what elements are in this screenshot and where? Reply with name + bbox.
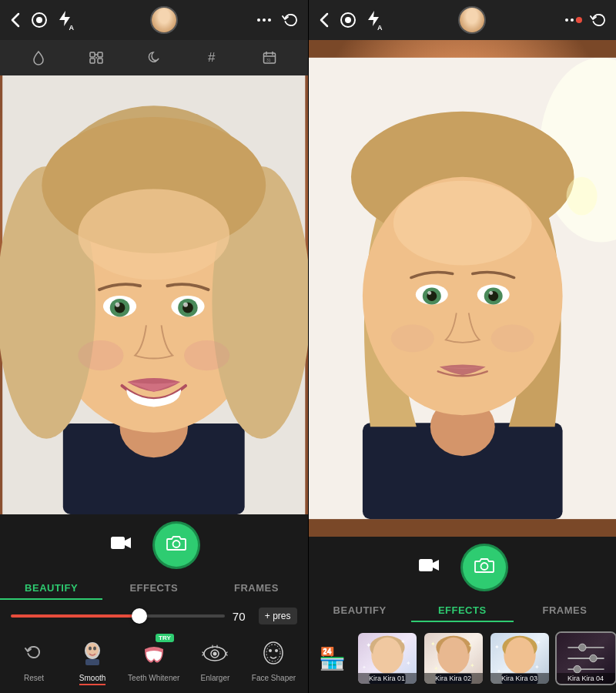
svg-point-42 — [213, 652, 217, 656]
svg-point-30 — [183, 303, 188, 307]
calendar-tool[interactable]: 31 — [240, 51, 298, 65]
svg-point-57 — [393, 181, 531, 266]
svg-point-66 — [390, 324, 434, 352]
svg-point-70 — [481, 563, 488, 570]
svg-point-50 — [345, 17, 351, 23]
smooth-tool[interactable]: Smooth — [69, 637, 116, 685]
back-button[interactable] — [11, 12, 20, 28]
right-camera-row — [309, 537, 617, 595]
camera-mode-button-right[interactable] — [340, 12, 357, 28]
svg-text:✦: ✦ — [400, 638, 405, 645]
svg-point-65 — [489, 291, 493, 295]
svg-rect-2 — [90, 52, 95, 57]
svg-point-38 — [93, 647, 96, 651]
svg-point-96 — [578, 644, 585, 651]
svg-point-37 — [89, 647, 92, 651]
left-tabs-row: BEAUTIFY EFFECTS FRAMES — [0, 573, 308, 604]
effect-label-02: Kira Kira 02 — [424, 673, 483, 684]
teeth-whitener-label: Teeth Whitener — [128, 674, 179, 682]
grid-tool[interactable] — [67, 51, 125, 65]
svg-point-48 — [275, 649, 278, 652]
left-photo — [0, 75, 308, 514]
teeth-icon: TRY — [137, 637, 171, 671]
face-shaper-tool[interactable]: Face Shaper — [250, 637, 296, 682]
store-button[interactable]: 🏪 — [313, 631, 352, 685]
video-button-right[interactable] — [418, 557, 440, 578]
tab-beautify-right[interactable]: BEAUTIFY — [309, 600, 411, 622]
enlarger-tool[interactable]: Enlarger — [192, 637, 238, 682]
svg-rect-4 — [90, 59, 95, 63]
smooth-label: Smooth — [79, 674, 105, 685]
svg-point-22 — [78, 189, 229, 280]
camera-icon — [166, 534, 186, 556]
svg-text:✦: ✦ — [405, 659, 410, 667]
avatar-right[interactable] — [458, 6, 486, 34]
right-tabs-row: BEAUTIFY EFFECTS FRAMES — [309, 595, 617, 627]
tools-row: Reset Smooth — [0, 631, 308, 693]
svg-text:✦: ✦ — [430, 640, 435, 648]
avatar[interactable] — [150, 6, 178, 34]
svg-rect-39 — [85, 659, 99, 665]
svg-point-68 — [566, 177, 597, 216]
svg-text:✦: ✦ — [534, 663, 539, 671]
svg-text:✦: ✦ — [467, 643, 472, 648]
flash-button-right[interactable]: A — [367, 10, 380, 30]
right-photo — [309, 40, 617, 537]
teeth-whitener-tool[interactable]: TRY Teeth Whitener — [128, 637, 179, 682]
svg-rect-5 — [98, 59, 102, 63]
reset-tool[interactable]: Reset — [11, 637, 57, 682]
face-shaper-label: Face Shaper — [252, 674, 296, 682]
smooth-slider[interactable] — [11, 614, 225, 618]
tab-beautify-left[interactable]: BEAUTIFY — [0, 578, 102, 600]
svg-point-34 — [172, 541, 179, 547]
svg-rect-3 — [98, 52, 102, 57]
moon-tool[interactable] — [125, 51, 182, 65]
svg-text:31: 31 — [266, 58, 271, 62]
more-button[interactable] — [257, 18, 271, 22]
tab-frames-left[interactable]: FRAMES — [205, 578, 307, 600]
tab-frames-right[interactable]: FRAMES — [514, 600, 616, 622]
effect-kira01[interactable]: ✦ ✦ ✦ ✦ Kira Kira 01 — [357, 631, 418, 685]
smooth-icon — [75, 637, 109, 671]
camera-icon-right — [474, 557, 494, 578]
water-drop-tool[interactable] — [9, 50, 67, 65]
undo-button[interactable] — [282, 12, 297, 28]
svg-point-100 — [573, 665, 580, 672]
svg-text:✦: ✦ — [535, 639, 541, 646]
right-photo-area — [309, 40, 617, 537]
hashtag-tool[interactable]: # — [182, 50, 240, 65]
notification-dot — [576, 17, 582, 23]
svg-point-32 — [184, 340, 229, 370]
svg-text:✦: ✦ — [469, 662, 474, 669]
left-camera-row — [0, 514, 308, 573]
capture-button[interactable] — [155, 524, 198, 567]
preset-button[interactable]: + pres — [259, 608, 297, 624]
svg-point-47 — [269, 649, 272, 652]
flash-button[interactable]: A — [59, 10, 71, 30]
camera-mode-button[interactable] — [31, 12, 48, 28]
svg-rect-33 — [111, 537, 125, 549]
tab-effects-right[interactable]: EFFECTS — [411, 600, 514, 622]
svg-point-64 — [427, 291, 431, 295]
left-panel: A — [0, 0, 308, 693]
effect-kira02[interactable]: ✦ ✦ ✦ ✦ Kira Kira 02 — [423, 631, 484, 685]
effect-kira03[interactable]: ✦ ✦ ✦ ✦ Kira Kira 03 — [489, 631, 551, 685]
tab-effects-left[interactable]: EFFECTS — [102, 578, 205, 600]
back-button-right[interactable] — [320, 12, 329, 28]
video-button[interactable] — [110, 535, 132, 555]
right-top-bar: A — [309, 0, 617, 40]
svg-point-81 — [439, 638, 468, 672]
effect-label-03: Kira Kira 03 — [490, 673, 549, 684]
effect-kira04[interactable]: Kira Kira 04 — [555, 631, 617, 685]
svg-point-98 — [589, 654, 596, 661]
left-secondary-bar: # 31 — [0, 40, 308, 75]
slider-thumb[interactable] — [132, 608, 147, 624]
enlarger-icon — [198, 637, 232, 671]
slider-row: 70 + pres — [0, 604, 308, 631]
svg-point-31 — [78, 340, 123, 370]
undo-button-right[interactable] — [590, 12, 605, 28]
left-photo-area — [0, 75, 308, 514]
slider-value: 70 — [233, 610, 251, 623]
effect-label-01: Kira Kira 01 — [358, 673, 417, 684]
capture-button-right[interactable] — [463, 546, 506, 589]
